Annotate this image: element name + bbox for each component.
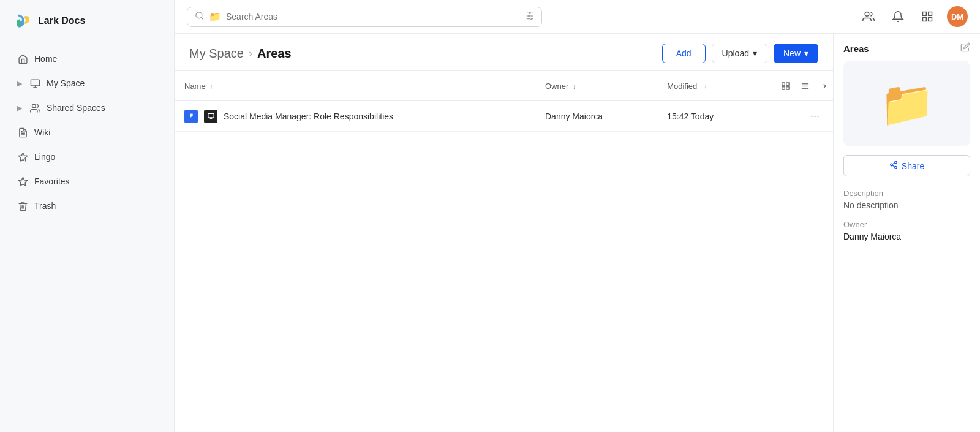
search-bar[interactable]: 📁 bbox=[187, 7, 542, 27]
sidebar-item-lingo[interactable]: Lingo bbox=[5, 145, 169, 169]
svg-point-17 bbox=[529, 15, 530, 16]
svg-line-9 bbox=[201, 17, 203, 19]
share-people-icon[interactable] bbox=[859, 7, 878, 26]
app-title: Lark Docs bbox=[38, 15, 85, 26]
wiki-icon bbox=[17, 127, 28, 138]
share-button[interactable]: Share bbox=[843, 155, 970, 176]
app-logo[interactable]: Lark Docs bbox=[0, 0, 174, 42]
sidebar-item-lingo-label: Lingo bbox=[34, 152, 55, 162]
sidebar-item-favorites[interactable]: Favorites bbox=[5, 170, 169, 193]
share-label: Share bbox=[902, 161, 924, 171]
svg-rect-23 bbox=[929, 18, 932, 21]
owner-label: Owner bbox=[843, 220, 970, 229]
col-owner-sort-icon: ↓ bbox=[573, 83, 576, 90]
sidebar: Lark Docs Home ▶ My Space ▶ Shared Space… bbox=[0, 0, 175, 432]
breadcrumb: My Space › Areas bbox=[189, 47, 292, 61]
lingo-icon bbox=[17, 151, 28, 162]
new-button[interactable]: New ▾ bbox=[774, 44, 818, 63]
file-name[interactable]: Social Media Manager: Role Responsibilit… bbox=[224, 112, 393, 121]
sidebar-navigation: Home ▶ My Space ▶ Shared Spaces Wiki bbox=[0, 42, 174, 223]
filter-icon[interactable] bbox=[526, 12, 534, 22]
lark-logo-icon bbox=[12, 11, 32, 31]
col-modified-sort-icon: ↓ bbox=[704, 82, 707, 89]
svg-line-40 bbox=[892, 165, 895, 167]
action-buttons: Add Upload ▾ New ▾ bbox=[662, 44, 818, 63]
trash-icon bbox=[17, 200, 28, 211]
svg-rect-27 bbox=[786, 86, 788, 89]
chevron-right-icon[interactable] bbox=[816, 77, 833, 94]
svg-rect-24 bbox=[782, 82, 784, 85]
file-owner: Danny Maiorca bbox=[535, 101, 657, 132]
grid-icon[interactable] bbox=[918, 7, 937, 26]
svg-marker-6 bbox=[18, 153, 27, 161]
breadcrumb-chevron-icon: › bbox=[249, 47, 252, 60]
sidebar-item-favorites-label: Favorites bbox=[34, 176, 70, 186]
folder-preview: 📁 bbox=[843, 61, 970, 146]
svg-line-41 bbox=[892, 163, 895, 164]
breadcrumb-bar: My Space › Areas Add Upload ▾ New ▾ bbox=[175, 34, 833, 70]
grid-view-icon[interactable] bbox=[777, 77, 794, 94]
search-folder-icon: 📁 bbox=[209, 11, 221, 23]
upload-button[interactable]: Upload ▾ bbox=[712, 44, 767, 63]
svg-rect-20 bbox=[923, 12, 927, 16]
description-label: Description bbox=[843, 189, 970, 198]
sidebar-item-my-space-label: My Space bbox=[47, 78, 85, 88]
file-modified-time: 15:42 Today bbox=[667, 112, 714, 121]
svg-point-39 bbox=[895, 166, 897, 169]
content-area: My Space › Areas Add Upload ▾ New ▾ bbox=[175, 34, 980, 432]
svg-point-38 bbox=[891, 164, 893, 166]
share-icon bbox=[889, 161, 898, 171]
sidebar-item-shared-spaces-label: Shared Spaces bbox=[47, 103, 105, 113]
more-options-button[interactable]: ··· bbox=[807, 108, 823, 124]
list-view-icon[interactable] bbox=[796, 77, 813, 94]
sidebar-item-trash[interactable]: Trash bbox=[5, 194, 169, 218]
description-section: Description No description bbox=[834, 186, 980, 218]
search-input[interactable] bbox=[226, 12, 521, 21]
new-chevron-icon: ▾ bbox=[804, 48, 809, 58]
description-value: No description bbox=[843, 200, 970, 210]
upload-label: Upload bbox=[722, 48, 749, 58]
notification-icon[interactable] bbox=[888, 7, 908, 26]
search-icon bbox=[195, 11, 204, 23]
col-name-label: Name bbox=[184, 81, 206, 91]
svg-rect-0 bbox=[31, 80, 39, 86]
sidebar-item-shared-spaces[interactable]: ▶ Shared Spaces bbox=[5, 96, 169, 119]
panel-title: Areas bbox=[843, 44, 869, 54]
sidebar-item-home[interactable]: Home bbox=[5, 47, 169, 70]
svg-rect-26 bbox=[782, 86, 784, 89]
avatar[interactable]: DM bbox=[947, 6, 968, 27]
svg-rect-22 bbox=[923, 18, 927, 21]
topbar: 📁 DM bbox=[175, 0, 980, 34]
add-button[interactable]: Add bbox=[662, 44, 706, 63]
right-panel: Areas 📁 Share Description No description bbox=[833, 34, 980, 432]
view-toggle bbox=[777, 77, 833, 94]
svg-rect-21 bbox=[929, 12, 932, 16]
file-list-panel: My Space › Areas Add Upload ▾ New ▾ bbox=[175, 34, 833, 432]
svg-point-37 bbox=[895, 161, 897, 164]
svg-point-19 bbox=[865, 12, 869, 17]
col-owner[interactable]: Owner ↓ bbox=[535, 71, 657, 101]
expand-arrow-shared-icon: ▶ bbox=[17, 104, 22, 112]
folder-icon: 📁 bbox=[880, 78, 935, 130]
sidebar-item-my-space[interactable]: ▶ My Space bbox=[5, 72, 169, 95]
file-modified: 15:42 Today ··· bbox=[657, 101, 833, 132]
sidebar-item-home-label: Home bbox=[34, 54, 57, 64]
owner-value: Danny Maiorca bbox=[843, 232, 970, 241]
svg-rect-25 bbox=[786, 82, 788, 85]
favorites-icon bbox=[17, 176, 28, 187]
owner-section: Owner Danny Maiorca bbox=[834, 218, 980, 249]
table-row[interactable]: Social Media Manager: Role Responsibilit… bbox=[175, 101, 833, 132]
shared-spaces-icon bbox=[29, 102, 40, 113]
file-table-container: Name ↑ Owner ↓ Modified ↓ bbox=[175, 70, 833, 432]
topbar-actions: DM bbox=[859, 6, 968, 27]
upload-chevron-icon: ▾ bbox=[753, 48, 757, 58]
expand-arrow-icon: ▶ bbox=[17, 80, 22, 88]
svg-point-3 bbox=[32, 104, 36, 108]
col-name[interactable]: Name ↑ bbox=[175, 71, 535, 101]
breadcrumb-parent[interactable]: My Space bbox=[189, 47, 244, 61]
col-modified-label: Modified bbox=[667, 81, 697, 91]
sidebar-item-wiki[interactable]: Wiki bbox=[5, 121, 169, 144]
panel-edit-icon[interactable] bbox=[960, 42, 970, 55]
col-modified[interactable]: Modified ↓ bbox=[657, 71, 833, 101]
new-label: New bbox=[783, 48, 801, 58]
